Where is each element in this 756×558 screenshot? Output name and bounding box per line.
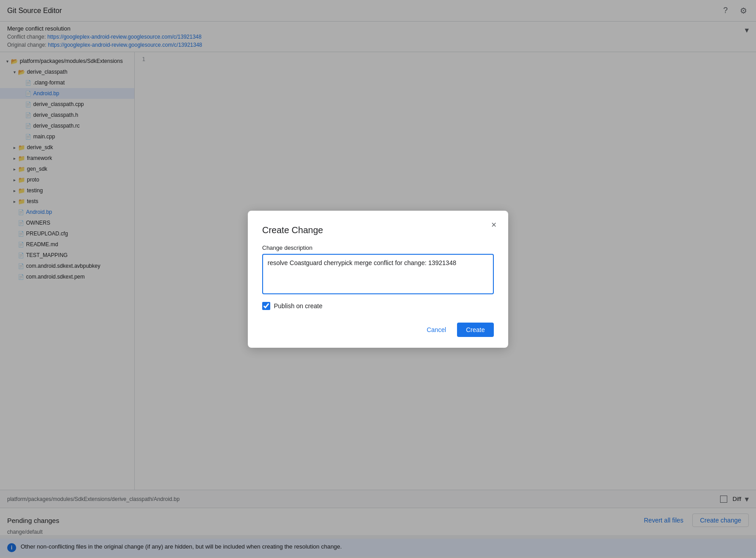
- close-icon[interactable]: ×: [487, 218, 501, 232]
- change-description-input[interactable]: [262, 254, 494, 294]
- dialog-overlay[interactable]: Create Change × Change description Publi…: [0, 0, 756, 558]
- publish-on-create-label: Publish on create: [274, 302, 322, 310]
- change-description-label: Change description: [262, 244, 494, 251]
- cancel-button[interactable]: Cancel: [419, 323, 453, 337]
- publish-on-create-row: Publish on create: [262, 302, 494, 310]
- dialog-actions: Cancel Create: [262, 323, 494, 337]
- create-button[interactable]: Create: [457, 323, 494, 337]
- publish-on-create-checkbox[interactable]: [262, 302, 270, 310]
- dialog-title: Create Change: [262, 225, 494, 235]
- create-change-dialog: Create Change × Change description Publi…: [248, 211, 508, 348]
